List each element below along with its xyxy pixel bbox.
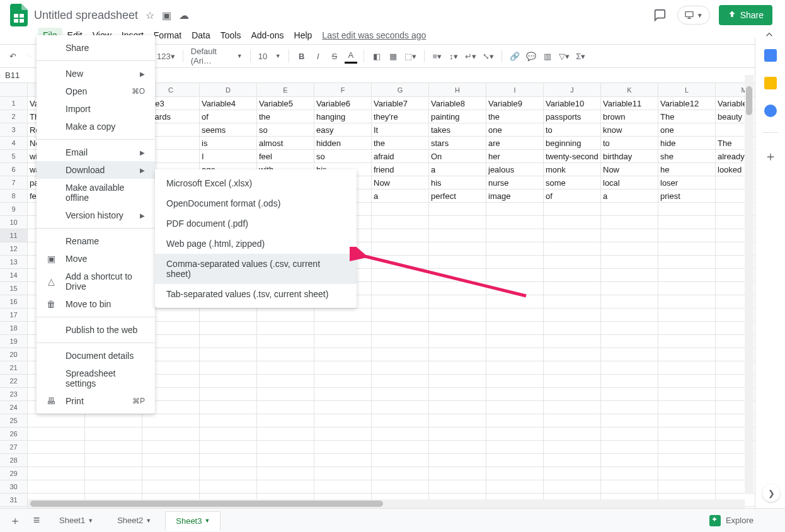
cell[interactable]	[601, 441, 658, 454]
cell[interactable]: loser	[658, 176, 716, 190]
cell[interactable]	[544, 427, 601, 441]
download-pdf[interactable]: PDF document (.pdf)	[155, 213, 357, 234]
move-folder-icon[interactable]: ▣	[162, 9, 171, 21]
file-rename[interactable]: Rename	[37, 232, 155, 250]
cell[interactable]	[429, 308, 486, 322]
cell[interactable]	[200, 348, 257, 361]
cell[interactable]	[486, 348, 544, 361]
cell[interactable]	[372, 375, 429, 388]
cell[interactable]: stars	[429, 137, 486, 150]
cell[interactable]: On	[429, 150, 486, 163]
vertical-scrollbar[interactable]	[745, 75, 753, 494]
cell[interactable]: Variable4	[200, 97, 257, 110]
cell[interactable]	[372, 454, 429, 467]
doc-title[interactable]: Untitled spreadsheet	[30, 8, 142, 23]
cell[interactable]	[200, 414, 257, 427]
italic-button[interactable]: I	[312, 48, 324, 64]
cell[interactable]: some	[544, 176, 601, 190]
cell[interactable]	[601, 216, 658, 229]
cell[interactable]: one	[486, 123, 544, 137]
cell[interactable]	[257, 467, 314, 480]
cell[interactable]	[601, 256, 658, 269]
cell[interactable]	[601, 203, 658, 216]
menu-tools[interactable]: Tools	[215, 28, 246, 43]
download-csv[interactable]: Comma-separated values (.csv, current sh…	[155, 254, 357, 284]
text-color-button[interactable]: A	[345, 48, 357, 64]
cell[interactable]	[544, 308, 601, 322]
cell[interactable]	[544, 295, 601, 308]
cell[interactable]	[142, 454, 200, 467]
cell[interactable]	[544, 480, 601, 494]
cell[interactable]	[601, 335, 658, 348]
cell[interactable]	[142, 467, 200, 480]
cell[interactable]: she	[658, 150, 716, 163]
cell[interactable]: takes	[429, 123, 486, 137]
cell[interactable]	[601, 401, 658, 414]
cell[interactable]	[142, 414, 200, 427]
cell[interactable]	[658, 216, 716, 229]
cell[interactable]	[314, 427, 372, 441]
cell[interactable]: the	[372, 137, 429, 150]
col-header[interactable]: J	[544, 83, 601, 97]
file-print[interactable]: 🖶Print⌘P	[37, 392, 155, 410]
row-header[interactable]: 16	[0, 295, 28, 308]
cell[interactable]	[658, 441, 716, 454]
cell[interactable]	[486, 216, 544, 229]
cell[interactable]	[372, 322, 429, 335]
comment-button[interactable]: 💬	[525, 48, 537, 64]
cell[interactable]: monk	[544, 163, 601, 176]
cell[interactable]: the	[257, 110, 314, 123]
file-new[interactable]: New▶	[37, 65, 155, 82]
cell[interactable]: he	[658, 163, 716, 176]
cell[interactable]	[601, 295, 658, 308]
cell[interactable]	[544, 242, 601, 256]
cell[interactable]	[429, 203, 486, 216]
cell[interactable]	[85, 414, 142, 427]
cell[interactable]	[372, 216, 429, 229]
cell[interactable]	[658, 269, 716, 282]
cell[interactable]	[658, 480, 716, 494]
row-header[interactable]: 9	[0, 203, 28, 216]
cell[interactable]	[429, 216, 486, 229]
cell[interactable]: Variable8	[429, 97, 486, 110]
cell[interactable]	[486, 361, 544, 375]
cell[interactable]	[257, 427, 314, 441]
cell[interactable]	[372, 441, 429, 454]
cell[interactable]	[544, 216, 601, 229]
font-size-select[interactable]: 10▼	[257, 48, 282, 64]
cell[interactable]	[257, 348, 314, 361]
tab-sheet1[interactable]: Sheet1▼	[49, 511, 103, 530]
cell[interactable]	[257, 308, 314, 322]
col-header[interactable]: G	[372, 83, 429, 97]
cell[interactable]	[486, 322, 544, 335]
cell[interactable]	[429, 295, 486, 308]
cell[interactable]	[28, 480, 85, 494]
cell[interactable]: easy	[314, 123, 372, 137]
cell[interactable]	[200, 388, 257, 401]
cell[interactable]	[372, 282, 429, 295]
cell[interactable]	[601, 348, 658, 361]
calendar-addon-icon[interactable]	[764, 49, 777, 62]
cell[interactable]: painting	[429, 110, 486, 123]
cell[interactable]: of	[544, 190, 601, 203]
row-header[interactable]: 25	[0, 414, 28, 427]
row-header[interactable]: 29	[0, 467, 28, 480]
hide-sidepanel-button[interactable]: ❯	[762, 484, 780, 502]
row-header[interactable]: 11	[0, 229, 28, 242]
cell[interactable]: a	[429, 163, 486, 176]
cell[interactable]	[658, 427, 716, 441]
tab-sheet3[interactable]: Sheet3▼	[165, 511, 221, 531]
row-header[interactable]: 10	[0, 216, 28, 229]
cell[interactable]	[314, 441, 372, 454]
download-tsv[interactable]: Tab-separated values (.tsv, current shee…	[155, 284, 357, 304]
cell[interactable]	[658, 414, 716, 427]
cell[interactable]	[658, 322, 716, 335]
file-import[interactable]: Import	[37, 100, 155, 118]
menu-help[interactable]: Help	[289, 28, 318, 43]
cell[interactable]: hide	[658, 137, 716, 150]
row-header[interactable]: 5	[0, 150, 28, 163]
cell[interactable]	[429, 322, 486, 335]
tasks-addon-icon[interactable]	[764, 105, 777, 117]
keep-addon-icon[interactable]	[764, 77, 777, 89]
share-button[interactable]: Share	[719, 5, 772, 25]
